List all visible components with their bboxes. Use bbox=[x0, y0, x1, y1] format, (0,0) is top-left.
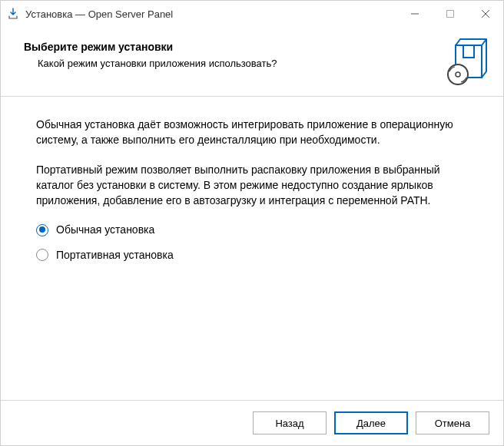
radio-button-icon bbox=[36, 249, 48, 261]
installer-download-icon bbox=[7, 8, 19, 20]
next-button[interactable]: Далее bbox=[334, 411, 408, 434]
box-disc-icon bbox=[445, 38, 489, 85]
wizard-header: Выберите режим установки Какой режим уст… bbox=[1, 27, 503, 97]
maximize-button[interactable] bbox=[433, 1, 468, 27]
window-title: Установка — Open Server Panel bbox=[25, 8, 397, 20]
description-paragraph-1: Обычная установка даёт возможность интег… bbox=[36, 117, 468, 148]
page-heading: Выберите режим установки bbox=[24, 41, 437, 53]
back-button[interactable]: Назад bbox=[253, 411, 327, 434]
radio-portable-install[interactable]: Портативная установка bbox=[36, 247, 468, 263]
titlebar: Установка — Open Server Panel bbox=[1, 1, 503, 27]
description-paragraph-2: Портативный режим позволяет выполнить ра… bbox=[36, 162, 468, 209]
radio-label: Обычная установка bbox=[56, 222, 154, 237]
minimize-button[interactable] bbox=[397, 1, 433, 27]
close-button[interactable] bbox=[468, 1, 503, 27]
radio-label: Портативная установка bbox=[56, 247, 174, 263]
svg-rect-1 bbox=[447, 11, 454, 18]
wizard-body: Обычная установка даёт возможность интег… bbox=[1, 97, 503, 400]
radio-button-icon bbox=[36, 224, 48, 236]
install-mode-group: Обычная установка Портативная установка bbox=[36, 222, 468, 263]
svg-point-4 bbox=[448, 64, 468, 84]
wizard-header-text: Выберите режим установки Какой режим уст… bbox=[24, 38, 437, 69]
cancel-button[interactable]: Отмена bbox=[416, 411, 489, 434]
wizard-footer: Назад Далее Отмена bbox=[1, 400, 503, 445]
page-subtitle: Какой режим установки приложения использ… bbox=[38, 58, 437, 69]
window-controls bbox=[397, 1, 503, 27]
radio-regular-install[interactable]: Обычная установка bbox=[36, 222, 468, 237]
